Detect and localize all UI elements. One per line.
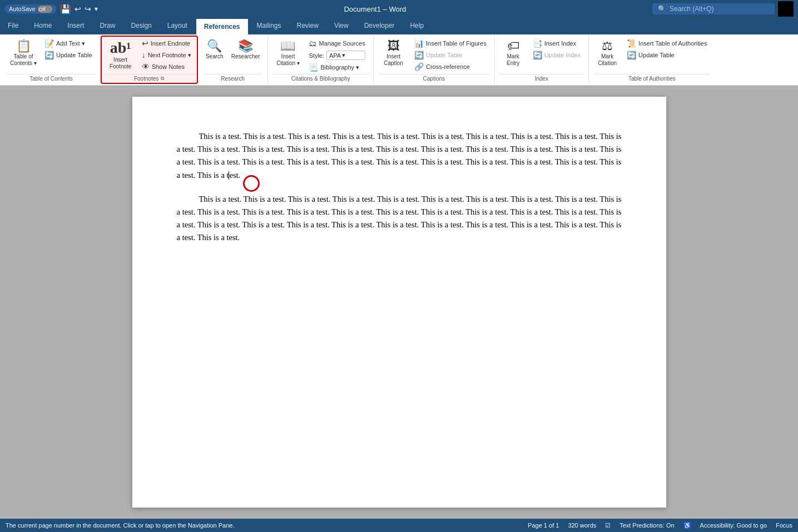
tab-design[interactable]: Design [123,18,159,34]
search-icon: 🔍 [658,5,666,13]
mark-citation-button[interactable]: ⚖ MarkCitation [593,38,621,69]
update-table-cap-button[interactable]: 🔄 Update Table [411,49,490,61]
update-toa-button[interactable]: 🔄 Update Table [623,49,710,61]
insert-caption-button[interactable]: 🖼 InsertCaption [378,38,409,69]
doc-paragraph-2: This is a test. This is a test. This is … [177,193,622,245]
group-footnotes: ab¹ InsertFootnote ↩ Insert Endnote ↓ Ne… [101,36,198,84]
tab-layout[interactable]: Layout [160,18,195,34]
doc-container: This is a test. This is a test. This is … [0,86,798,519]
mark-citation-label: MarkCitation [598,53,617,67]
insert-endnote-button[interactable]: ↩ Insert Endnote [138,38,195,49]
insert-citation-button[interactable]: 📖 InsertCitation ▾ [272,38,303,69]
researcher-label: Researcher [231,53,260,60]
accessibility-icon[interactable]: ♿ [683,522,691,529]
doc-page[interactable]: This is a test. This is a test. This is … [132,97,666,508]
mark-citation-icon: ⚖ [602,40,613,52]
group-toc: 📋 Table ofContents ▾ 📝 Add Text ▾ 🔄 Upda… [2,36,101,84]
manage-sources-button[interactable]: 🗂 Manage Sources [305,38,369,49]
footnotes-expand-icon[interactable]: ⧉ [161,76,164,82]
focus-button[interactable]: Focus [776,522,792,529]
tab-review[interactable]: Review [289,18,326,34]
manage-sources-icon: 🗂 [309,39,316,48]
group-authorities: ⚖ MarkCitation 📜 Insert Table of Authori… [589,36,715,84]
update-toc-label: Update Table [56,52,92,58]
cursor-circle-indicator [243,175,260,192]
page-info[interactable]: Page 1 of 1 [528,522,559,529]
footnotes-small-stack: ↩ Insert Endnote ↓ Next Footnote ▾ 👁 Sho… [138,38,195,72]
style-dropdown[interactable]: APA ▾ [326,51,365,60]
add-text-icon: 📝 [44,39,54,48]
autosave-control[interactable]: AutoSave Off [4,4,57,14]
tab-mailings[interactable]: Mailings [249,18,289,34]
next-footnote-button[interactable]: ↓ Next Footnote ▾ [138,49,195,61]
title-bar-center: Document1 – Word [98,5,652,13]
toc-label: Table ofContents ▾ [10,53,37,67]
show-notes-button[interactable]: 👁 Show Notes [138,61,195,72]
ribbon: File Home Insert Draw Design Layout Refe… [0,18,798,86]
bibliography-button[interactable]: 📃 Bibliography ▾ [305,62,369,73]
save-icon[interactable]: 💾 [60,4,71,14]
group-index-inner: 🏷 MarkEntry 📑 Insert Index 🔄 Update Inde… [499,38,584,73]
tab-references[interactable]: References [195,18,249,34]
doc-paragraph-1: This is a test. This is a test. This is … [177,130,622,182]
insert-caption-label: InsertCaption [384,53,403,67]
tab-help[interactable]: Help [402,18,432,34]
update-index-button[interactable]: 🔄 Update Index [529,49,584,61]
autosave-state: Off [38,7,46,12]
title-bar-left: AutoSave Off 💾 ↩ ↪ ▾ [4,4,98,14]
style-dropdown-arrow: ▾ [342,52,345,59]
tab-draw[interactable]: Draw [92,18,123,34]
style-control[interactable]: Style: APA ▾ [305,49,369,61]
show-notes-icon: 👁 [142,62,150,71]
authorities-small-stack: 📜 Insert Table of Authorities 🔄 Update T… [623,38,710,61]
text-cursor [229,171,229,180]
user-avatar[interactable] [778,1,794,17]
insert-toa-button[interactable]: 📜 Insert Table of Authorities [623,38,710,49]
proofing-icon[interactable]: ☑ [605,522,611,529]
tab-developer[interactable]: Developer [356,18,403,34]
update-toa-label: Update Table [638,52,675,58]
doc-text: This is a test. This is a test. This is … [177,130,622,245]
title-bar-right: 🔍 [652,1,794,17]
search-box[interactable]: 🔍 [652,3,775,14]
update-index-icon: 🔄 [533,51,542,59]
footnotes-group-label: Footnotes ⧉ [104,74,195,82]
tab-file[interactable]: File [0,18,26,34]
mark-entry-button[interactable]: 🏷 MarkEntry [499,38,527,69]
cross-reference-button[interactable]: 🔗 Cross-reference [411,61,490,72]
tab-home[interactable]: Home [26,18,60,34]
update-table-toc-button[interactable]: 🔄 Update Table [41,49,96,61]
tab-insert[interactable]: Insert [60,18,92,34]
tab-view[interactable]: View [326,18,356,34]
insert-table-figures-button[interactable]: 📊 Insert Table of Figures [411,38,490,49]
toc-button[interactable]: 📋 Table ofContents ▾ [7,38,40,69]
ribbon-content: 📋 Table ofContents ▾ 📝 Add Text ▾ 🔄 Upda… [0,34,798,85]
search-button[interactable]: 🔍 Search [202,38,227,62]
insert-index-button[interactable]: 📑 Insert Index [529,38,584,49]
autosave-toggle[interactable]: Off [38,6,52,13]
research-group-label: Research [202,74,264,82]
undo-icon[interactable]: ↩ [75,4,81,13]
update-cap-icon: 🔄 [414,51,424,59]
group-citations: 📖 InsertCitation ▾ 🗂 Manage Sources Styl… [268,36,374,84]
text-predictions[interactable]: Text Predictions: On [619,522,674,529]
insert-toa-label: Insert Table of Authorities [638,40,707,47]
researcher-button[interactable]: 📚 Researcher [228,38,264,62]
update-index-label: Update Index [544,52,581,58]
insert-toa-icon: 📜 [627,39,636,48]
autosave-label: AutoSave [9,6,36,12]
group-captions: 🖼 InsertCaption 📊 Insert Table of Figure… [374,36,495,84]
insert-footnote-button[interactable]: ab¹ InsertFootnote [104,38,137,72]
word-count[interactable]: 320 words [568,522,596,529]
status-bar-info: Page 1 of 1 320 words ☑ Text Predictions… [528,522,792,529]
redo-icon[interactable]: ↪ [85,4,91,13]
search-input[interactable] [670,5,769,13]
bibliography-icon: 📃 [309,63,318,72]
next-footnote-label: Next Footnote ▾ [148,52,191,59]
caption-icon: 🖼 [388,40,400,52]
accessibility-status[interactable]: Accessibility: Good to go [700,522,767,529]
add-text-button[interactable]: 📝 Add Text ▾ [41,38,96,49]
update-table-cap-label: Update Table [426,52,462,58]
table-figures-icon: 📊 [414,39,424,48]
toc-small-stack: 📝 Add Text ▾ 🔄 Update Table [41,38,96,61]
